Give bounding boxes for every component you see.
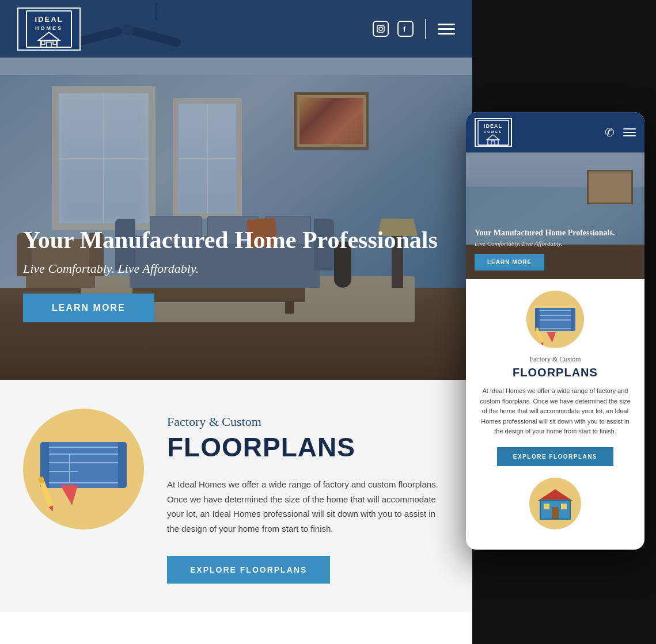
mobile-house-icon [540,489,571,518]
facebook-icon[interactable]: f [397,21,414,37]
svg-text:f: f [403,25,406,33]
mobile-house-icon-circle [529,478,581,529]
floorplan-description: At Ideal Homes we offer a wide range of … [167,477,443,536]
floorplan-icon-circle [23,409,144,529]
mobile-device: IDEAL HOMES ✆ Your Manufa [466,112,644,550]
floorplan-title: FLOORPLANS [167,432,443,463]
floorplan-subtitle: Factory & Custom [167,414,443,429]
hero-content: Your Manufactured Home Professionals Liv… [23,226,449,322]
mobile-phone-icon[interactable]: ✆ [605,125,615,139]
desktop-floorplans-section: Factory & Custom FLOORPLANS At Ideal Hom… [0,380,472,612]
mobile-floorplan-subtitle: Factory & Custom [529,355,581,364]
social-icons: f [373,21,414,37]
mobile-logo: IDEAL HOMES [475,118,512,147]
logo-area: IDEAL HOMES [17,7,81,51]
hero-title: Your Manufactured Home Professionals [23,226,449,254]
desktop-header: IDEAL HOMES [0,0,472,58]
mobile-hamburger-icon[interactable] [623,128,636,136]
header-divider [425,19,426,39]
explore-floorplans-button[interactable]: EXPLORE FLOORPLANS [167,556,330,584]
hero-subtitle: Live Comfortably. Live Affordably. [23,261,449,276]
header-nav: f [373,19,455,39]
svg-point-11 [382,26,384,28]
svg-text:HOMES: HOMES [35,25,63,31]
mobile-header: IDEAL HOMES ✆ [466,112,644,153]
mobile-floorplans-section: Factory & Custom FLOORPLANS At Ideal Hom… [466,279,644,538]
mobile-hero: Your Manufactured Home Professionals. Li… [466,153,644,279]
mobile-floorplan-icon [526,291,584,348]
svg-rect-9 [377,25,384,32]
instagram-icon[interactable] [373,21,389,37]
floorplan-text-area: Factory & Custom FLOORPLANS At Ideal Hom… [167,409,443,584]
mobile-floorplan-title: FLOORPLANS [513,366,598,379]
hamburger-menu-icon[interactable] [438,24,455,35]
svg-text:HOMES: HOMES [484,130,502,134]
mobile-learn-more-button[interactable]: LEARN MORE [475,254,544,270]
desktop-logo: IDEAL HOMES [17,7,81,51]
mobile-floorplan-description: At Ideal Homes we offer a wide range of … [477,386,633,437]
mobile-hero-subtitle: Live Comfortably. Live Affordably. [475,240,636,247]
mobile-header-icons: ✆ [605,125,636,139]
svg-point-10 [379,27,382,31]
svg-text:IDEAL: IDEAL [484,123,502,129]
mobile-explore-floorplans-button[interactable]: EXPLORE FLOORPLANS [497,447,613,466]
hero-learn-more-button[interactable]: LEARN MORE [23,294,154,322]
svg-text:IDEAL: IDEAL [35,15,63,24]
mobile-hero-content: Your Manufactured Home Professionals. Li… [475,228,636,270]
mobile-hero-title: Your Manufactured Home Professionals. [475,228,636,238]
desktop-website: IDEAL HOMES [0,0,472,644]
mobile-blueprint-icon [535,308,575,331]
